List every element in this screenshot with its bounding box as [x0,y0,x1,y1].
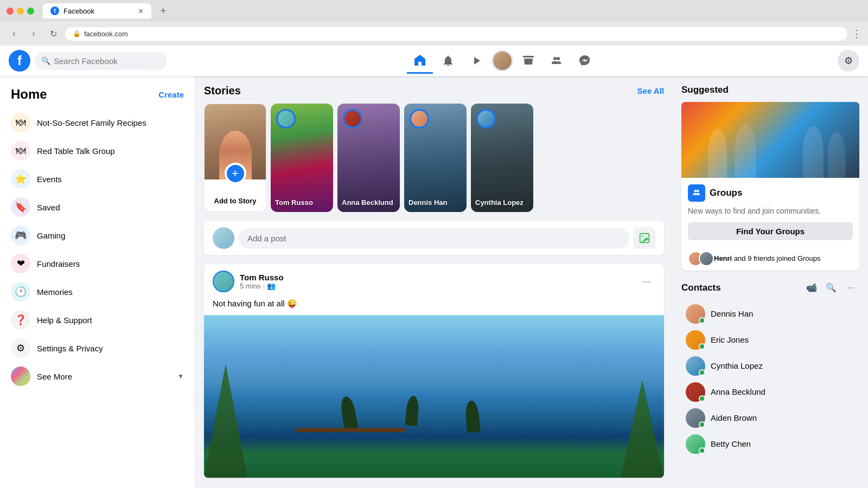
sidebar-label-help: Help & Support [37,316,92,325]
contacts-search-icon[interactable]: 🔍 [822,279,840,297]
sidebar-item-red-table[interactable]: 🍽 Red Table Talk Group [4,137,190,165]
contact-item-aiden[interactable]: Aiden Brown [681,405,859,431]
profile-nav-button[interactable] [492,50,513,72]
find-groups-button[interactable]: Find Your Groups [688,222,853,240]
sidebar-item-memories[interactable]: 🕐 Memories [4,278,190,306]
sidebar-item-settings[interactable]: ⚙ Settings & Privacy [4,334,190,362]
right-sidebar: Suggested Groups [673,76,868,488]
contact-name-betty: Betty Chen [711,439,751,448]
home-nav-button[interactable] [407,48,433,74]
sidebar-item-events[interactable]: ⭐ Events [4,165,190,193]
groups-card-content: Groups New ways to find and join communi… [681,178,859,247]
new-tab-button[interactable]: + [156,3,171,18]
story-avatar-dennis [410,109,429,129]
search-input[interactable] [54,56,161,66]
sidebar-label-settings: Settings & Privacy [37,344,103,353]
online-indicator [699,343,705,350]
browser-tab[interactable]: f Facebook ✕ [43,3,151,18]
tab-favicon: f [50,7,59,15]
contact-name-cynthia: Cynthia Lopez [711,361,763,370]
story-card-cynthia[interactable]: Cynthia Lopez [471,104,533,212]
post-username[interactable]: Tom Russo [240,273,633,282]
contact-item-anna[interactable]: Anna Becklund [681,379,859,405]
settings-button[interactable]: ⚙ [838,50,859,72]
maximize-dot[interactable] [27,8,34,15]
online-indicator [699,317,705,324]
contacts-more-icon[interactable]: ··· [842,279,859,297]
sidebar-label-gaming: Gaming [37,231,66,240]
contact-name-aiden: Aiden Brown [711,413,757,422]
contact-item-cynthia[interactable]: Cynthia Lopez [681,353,859,379]
address-bar[interactable]: 🔒 facebook.com [65,27,847,41]
add-story-label: Add to Story [214,197,257,205]
online-indicator [699,369,705,376]
tab-close-icon[interactable]: ✕ [138,7,144,15]
marketplace-nav-button[interactable] [515,48,541,74]
contacts-actions: 📹 🔍 ··· [803,279,859,297]
browser-chrome: f Facebook ✕ + ‹ › ↻ 🔒 facebook.com ⋮ [0,0,868,46]
tab-title: Facebook [63,7,94,15]
sidebar-label-fundraisers: Fundraisers [37,259,80,268]
fundraisers-icon: ❤ [11,254,30,273]
nav-right: ⚙ [838,50,859,72]
contacts-video-icon[interactable]: 📹 [803,279,820,297]
app: f 🔍 ⚙ [0,46,868,488]
online-indicator [699,421,705,428]
post-text: Not having fun at all 😜 [213,299,297,308]
sidebar-item-fundraisers[interactable]: ❤ Fundraisers [4,249,190,278]
facebook-logo[interactable]: f [9,50,30,72]
back-button[interactable]: ‹ [7,26,22,41]
close-dot[interactable] [7,8,14,15]
photo-post-button[interactable] [634,227,655,249]
groups-nav-button[interactable] [544,48,570,74]
post-image [204,315,664,478]
red-table-icon: 🍽 [11,141,30,160]
messenger-nav-button[interactable] [572,48,598,74]
joined-name: Henri [714,254,732,262]
browser-menu-icon[interactable]: ⋮ [852,28,861,40]
stories-see-all-button[interactable]: See All [637,86,664,95]
groups-card-title: Groups [710,188,742,198]
post-more-button[interactable]: ··· [638,273,655,290]
contact-name-dennis: Dennis Han [711,309,753,318]
contact-item-eric[interactable]: Eric Jones [681,327,859,353]
story-card-tom[interactable]: Tom Russo [271,104,333,212]
top-nav: f 🔍 ⚙ [0,46,868,76]
sidebar-item-help[interactable]: ❓ Help & Support [4,306,190,334]
sidebar-label-more: See More [37,372,72,381]
lock-icon: 🔒 [73,30,81,37]
minimize-dot[interactable] [17,8,24,15]
search-bar[interactable]: 🔍 [35,52,167,70]
sidebar-item-saved[interactable]: 🔖 Saved [4,193,190,221]
joined-text: Henri and 9 friends joined Groups [714,254,821,262]
svg-point-7 [697,190,699,192]
sidebar-item-gaming[interactable]: 🎮 Gaming [4,221,190,249]
story-card-dennis[interactable]: Dennis Han [404,104,467,212]
sidebar-item-recipes[interactable]: 🍽 Not-So-Secret Family Recipes [4,108,190,137]
contact-item-dennis[interactable]: Dennis Han [681,301,859,327]
story-name-dennis: Dennis Han [409,198,448,207]
stories-section: Stories See All + Add to Story [204,85,664,212]
story-card-anna[interactable]: Anna Becklund [337,104,400,212]
contact-item-betty[interactable]: Betty Chen [681,431,859,457]
post-header: Tom Russo 5 mins · 👥 ··· [204,264,664,299]
reload-button[interactable]: ↻ [46,26,61,41]
left-sidebar: Home Create 🍽 Not-So-Secret Family Recip… [0,76,195,488]
contacts-title: Contacts [681,282,721,293]
joined-avatars [688,251,710,266]
feed-post: Tom Russo 5 mins · 👥 ··· Not having fun … [204,264,664,478]
sidebar-item-more[interactable]: See More ▼ [4,362,190,390]
add-story-card[interactable]: + Add to Story [204,104,266,212]
contact-avatar-dennis [686,304,705,324]
groups-card-header: Groups [688,184,853,202]
notifications-nav-button[interactable] [435,48,461,74]
url-text: facebook.com [84,30,128,38]
watch-nav-button[interactable] [463,48,489,74]
nav-center [167,48,838,74]
contact-avatar-anna [686,382,705,402]
story-avatar-anna [343,109,362,129]
post-input[interactable]: Add a post [239,228,629,248]
forward-button[interactable]: › [26,26,41,41]
svg-point-2 [553,57,557,60]
create-button[interactable]: Create [158,90,184,99]
